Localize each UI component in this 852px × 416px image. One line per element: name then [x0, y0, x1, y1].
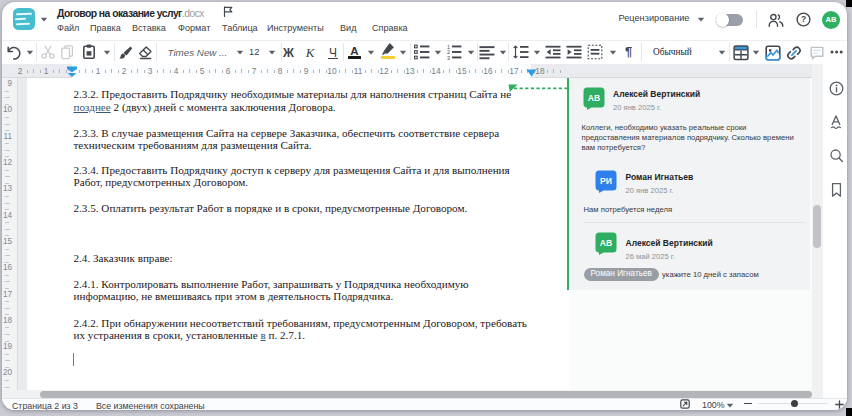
svg-text:?: ?	[801, 14, 806, 24]
svg-text:3: 3	[447, 55, 450, 60]
svg-text:РИ: РИ	[600, 176, 612, 186]
svg-text:АВ: АВ	[588, 93, 600, 103]
svg-text:АВ: АВ	[600, 238, 612, 248]
